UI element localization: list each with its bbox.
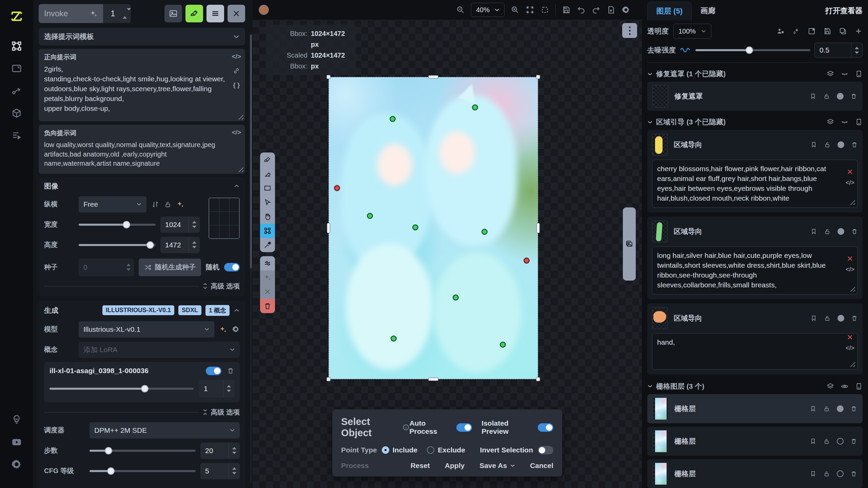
model-settings-gear-icon[interactable]	[232, 325, 240, 333]
zoom-in-icon[interactable]	[511, 5, 519, 14]
image-mode-button[interactable]	[164, 5, 182, 22]
settings-gear-icon[interactable]	[9, 457, 24, 472]
artboard[interactable]	[329, 77, 538, 379]
code-view-icon[interactable]: </>	[846, 266, 854, 273]
lock-icon[interactable]	[824, 141, 831, 148]
filter-tool[interactable]	[260, 256, 275, 270]
panel-icon[interactable]	[855, 383, 863, 390]
bookmark-icon[interactable]	[810, 141, 817, 148]
collapse-chevron-icon[interactable]	[234, 308, 240, 312]
regional-prompt-input[interactable]: long hair,silver hair,blue hair,cute,pur…	[652, 246, 858, 294]
layer-visibility-dot[interactable]	[837, 228, 844, 235]
filter-star-icon[interactable]	[792, 27, 800, 35]
new-canvas-icon[interactable]	[607, 5, 615, 14]
regional-guidance-layer-card[interactable]: 区域导向 cherry blossoms,hair flower,pink fl…	[647, 130, 863, 212]
regional-prompt-input[interactable]: hand,	[652, 333, 858, 370]
nav-queue-icon[interactable]	[9, 128, 24, 143]
scheduler-select[interactable]: DPM++ 2M SDE	[90, 422, 240, 439]
bookmark-icon[interactable]	[810, 315, 817, 322]
opacity-select[interactable]: 100%	[673, 24, 711, 39]
code-view-icon[interactable]: </>	[846, 179, 854, 186]
layers-icon[interactable]	[827, 70, 834, 78]
bbox-handle-bottom[interactable]	[428, 378, 438, 381]
canvas-mode-button[interactable]	[185, 5, 203, 22]
merge-layers-icon[interactable]	[776, 27, 785, 35]
inpaint-mask-section-header[interactable]: 修复遮罩 (1 个已隐藏)	[647, 66, 863, 82]
exclude-radio[interactable]	[427, 446, 434, 454]
layers-icon[interactable]	[827, 118, 834, 126]
prompt-template-selector[interactable]: 选择提示词模板	[39, 28, 245, 45]
regional-guidance-section-header[interactable]: 区域引导 (3 个已隐藏)	[647, 114, 863, 130]
bbox-handle-bottom-left[interactable]	[327, 377, 331, 381]
zoom-out-icon[interactable]	[456, 5, 465, 14]
trash-icon[interactable]	[227, 367, 234, 374]
bbox-handle-right[interactable]	[536, 223, 540, 233]
cancel-tool-disabled[interactable]	[260, 285, 275, 299]
select-point-include[interactable]	[481, 229, 488, 235]
parameters-scrollbar[interactable]	[250, 33, 252, 483]
image-advanced-options[interactable]: 高级 选项	[202, 282, 240, 291]
eye-closed-icon[interactable]	[841, 118, 848, 126]
braces-icon[interactable]: { }	[233, 81, 240, 89]
canvas-kebab-menu-button[interactable]	[622, 23, 637, 38]
link-icon[interactable]	[233, 67, 240, 75]
lock-icon[interactable]	[823, 93, 830, 100]
canvas-settings-gear-icon[interactable]	[622, 5, 630, 14]
panel-icon[interactable]	[855, 70, 863, 78]
process-button[interactable]: Process	[341, 462, 369, 470]
layer-visibility-dot[interactable]	[837, 93, 844, 100]
process-sparkle-tool-disabled[interactable]	[260, 270, 275, 285]
delete-layer-tool[interactable]	[260, 299, 275, 313]
nav-workflows-icon[interactable]	[9, 83, 24, 98]
select-point-exclude[interactable]	[334, 185, 340, 191]
pan-hand-tool[interactable]	[260, 209, 275, 224]
collapse-chevron-icon[interactable]	[234, 184, 240, 188]
tab-layers[interactable]: 图层 (5)	[647, 2, 692, 20]
raster-layer-row[interactable]: 栅格层	[647, 427, 863, 456]
isolated-preview-toggle[interactable]	[538, 423, 553, 432]
lock-icon[interactable]	[824, 228, 831, 235]
select-point-include[interactable]	[500, 342, 506, 348]
lock-icon[interactable]	[164, 201, 172, 208]
remove-prompt-icon[interactable]: ✕	[847, 255, 853, 263]
seed-input[interactable]: 0	[79, 259, 134, 276]
trash-icon[interactable]	[850, 405, 857, 412]
fit-to-view-icon[interactable]	[526, 5, 534, 14]
width-stepper[interactable]: 1024	[160, 217, 200, 233]
duplicate-layer-icon[interactable]	[839, 27, 847, 35]
trash-icon[interactable]	[850, 93, 857, 100]
eye-open-icon[interactable]	[841, 383, 848, 390]
height-slider[interactable]	[79, 244, 156, 246]
canvas-workspace[interactable]: 40% Bbox:1024×1472 px Scaled Bbox:1024×1…	[253, 0, 642, 488]
steps-slider[interactable]	[90, 450, 196, 452]
regional-guidance-layer-card[interactable]: 区域导向 long hair,silver hair,blue hair,cut…	[647, 217, 863, 299]
layer-visibility-dot[interactable]	[837, 315, 844, 322]
trash-icon[interactable]	[851, 315, 858, 322]
code-view-icon[interactable]: </>	[232, 129, 241, 136]
swap-dimensions-icon[interactable]	[151, 200, 159, 208]
nav-viewer-icon[interactable]	[9, 61, 24, 76]
bbox-handle-left[interactable]	[327, 223, 330, 233]
rect-tool[interactable]	[260, 181, 275, 195]
bbox-handle-top-left[interactable]	[327, 75, 331, 79]
layer-visibility-dot[interactable]	[837, 141, 844, 148]
generation-advanced-options[interactable]: 高级 选项	[202, 408, 240, 417]
brush-tool[interactable]	[260, 152, 275, 167]
open-viewer-button[interactable]: 打开查看器	[825, 6, 863, 16]
bbox-handle-bottom-right[interactable]	[536, 377, 540, 381]
prompt-resize-handle[interactable]	[238, 114, 243, 120]
raster-layers-section-header[interactable]: 栅格图层 (3 个)	[647, 379, 863, 394]
nav-models-icon[interactable]	[9, 106, 24, 121]
info-icon[interactable]	[402, 424, 409, 431]
auto-process-toggle[interactable]	[456, 423, 472, 432]
regional-guidance-layer-card[interactable]: 区域导向 hand, ✕ </>	[647, 303, 863, 374]
gallery-panel-toggle[interactable]	[623, 207, 636, 281]
lock-icon[interactable]	[823, 405, 830, 412]
transform-icon[interactable]	[808, 27, 816, 35]
lock-icon[interactable]	[823, 470, 830, 477]
remove-prompt-icon[interactable]: ✕	[847, 168, 853, 177]
layer-visibility-dot[interactable]	[837, 470, 844, 477]
tab-gallery[interactable]: 画廊	[692, 2, 724, 20]
bookmark-icon[interactable]	[810, 93, 816, 100]
cfg-stepper[interactable]: 5	[200, 463, 240, 479]
